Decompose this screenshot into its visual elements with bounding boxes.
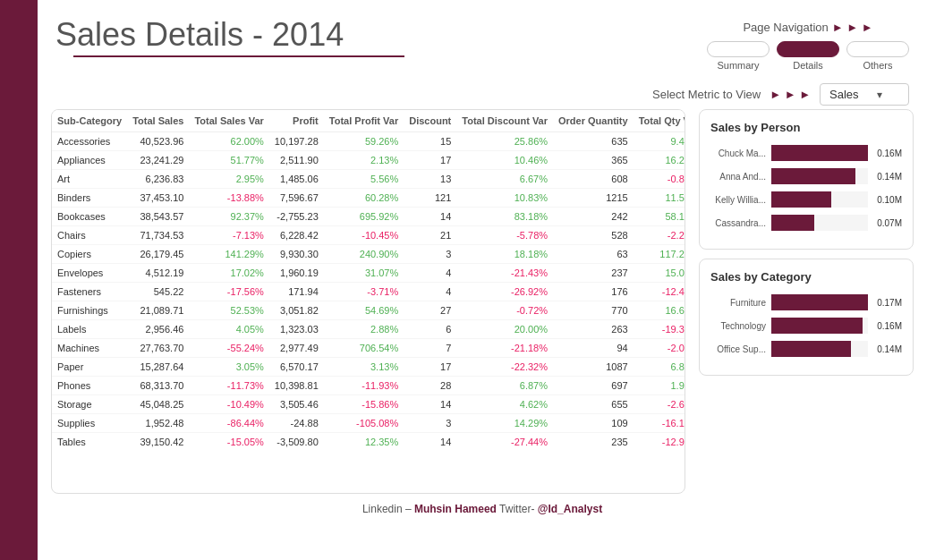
main-container: Sales Details - 2014 Page Navigation ► ►… bbox=[0, 0, 927, 560]
table-cell: -0.82% bbox=[634, 170, 685, 189]
table-cell: 40,523.96 bbox=[127, 132, 189, 151]
header: Sales Details - 2014 Page Navigation ► ►… bbox=[38, 0, 927, 80]
table-cell: -7.13% bbox=[189, 226, 268, 245]
table-cell: 59.26% bbox=[324, 132, 404, 151]
table-cell: 608 bbox=[553, 170, 634, 189]
chart-label: Office Sup... bbox=[710, 344, 766, 354]
table-cell: 3 bbox=[404, 245, 456, 264]
chart-bar bbox=[771, 145, 868, 161]
table-cell: 13 bbox=[404, 170, 456, 189]
table-cell: 37,453.10 bbox=[127, 189, 189, 208]
chart-value: 0.14M bbox=[873, 172, 902, 182]
summary-btn-wrapper: Summary bbox=[707, 41, 770, 71]
table-cell: 9,930.30 bbox=[269, 245, 324, 264]
chart-bar-container bbox=[771, 168, 868, 184]
table-cell: 1,323.03 bbox=[269, 320, 324, 339]
table-cell: 11.57% bbox=[634, 189, 685, 208]
table-cell: 6,228.42 bbox=[269, 226, 324, 245]
table-cell: Art bbox=[52, 170, 127, 189]
table-cell: 263 bbox=[553, 320, 634, 339]
footer-author: Muhsin Hameed bbox=[414, 503, 497, 515]
chart-bar-container bbox=[771, 294, 868, 310]
table-cell: 1,960.19 bbox=[269, 264, 324, 283]
table-cell: -2,755.23 bbox=[269, 208, 324, 226]
table-cell: 54.69% bbox=[324, 301, 404, 320]
table-row: Tables39,150.42-15.05%-3,509.8012.35%14-… bbox=[52, 433, 685, 452]
table-row: Chairs71,734.53-7.13%6,228.42-10.45%21-5… bbox=[52, 226, 685, 245]
details-button[interactable] bbox=[777, 41, 839, 57]
table-header-row: Sub-Category Total Sales Total Sales Var… bbox=[52, 110, 685, 132]
table-cell: -15.05% bbox=[189, 433, 268, 452]
metric-section: Select Metric to View ► ► ► Sales ▾ bbox=[38, 80, 927, 109]
table-cell: -3.71% bbox=[324, 283, 404, 301]
table-cell: 770 bbox=[553, 301, 634, 320]
table-cell: 545.22 bbox=[127, 283, 189, 301]
metric-dropdown[interactable]: Sales ▾ bbox=[820, 83, 909, 106]
table-cell: -2.22% bbox=[634, 226, 685, 245]
table-cell: -16.15% bbox=[634, 414, 685, 433]
table-cell: 697 bbox=[553, 377, 634, 395]
chart-bar bbox=[771, 294, 868, 310]
chart-row: Cassandra... 0.07M bbox=[710, 215, 902, 231]
table-cell: 6.67% bbox=[456, 170, 553, 189]
table-row: Accessories40,523.9662.00%10,197.2859.26… bbox=[52, 132, 685, 151]
title-year: - 2014 bbox=[252, 16, 344, 53]
table-cell: 92.37% bbox=[189, 208, 268, 226]
table-cell: 71,734.53 bbox=[127, 226, 189, 245]
col-header-profit: Profit bbox=[269, 110, 324, 132]
col-header-totalsalesvar: Total Sales Var bbox=[189, 110, 268, 132]
table-cell: 21,089.71 bbox=[127, 301, 189, 320]
others-label: Others bbox=[863, 60, 892, 71]
table-cell: 25.86% bbox=[456, 132, 553, 151]
table-cell: 27 bbox=[404, 301, 456, 320]
table-row: Machines27,763.70-55.24%2,977.49706.54%7… bbox=[52, 339, 685, 358]
table-cell: 2,956.46 bbox=[127, 320, 189, 339]
col-header-totalprofitvar: Total Profit Var bbox=[324, 110, 404, 132]
by-person-chart: Chuck Ma... 0.16M Anna And... 0.14M Kell… bbox=[710, 145, 902, 231]
table-cell: 242 bbox=[553, 208, 634, 226]
table-cell: 4.05% bbox=[189, 320, 268, 339]
sales-by-person-title: Sales by Person bbox=[710, 121, 902, 134]
table-cell: 2.88% bbox=[324, 320, 404, 339]
table-cell: 68,313.70 bbox=[127, 377, 189, 395]
chart-bar-container bbox=[771, 215, 868, 231]
table-cell: 171.94 bbox=[269, 283, 324, 301]
table-cell: 7,596.67 bbox=[269, 189, 324, 208]
table-container: Sub-Category Total Sales Total Sales Var… bbox=[51, 109, 685, 494]
table-cell: 3 bbox=[404, 414, 456, 433]
table-cell: 6,236.83 bbox=[127, 170, 189, 189]
nav-buttons: Summary Details Others bbox=[707, 41, 909, 71]
col-header-totalqtyvar: Total Qty Var bbox=[634, 110, 685, 132]
table-cell: 695.92% bbox=[324, 208, 404, 226]
chart-value: 0.10M bbox=[873, 195, 902, 205]
table-cell: 15.05% bbox=[634, 264, 685, 283]
others-btn-wrapper: Others bbox=[846, 41, 909, 71]
table-cell: 14.29% bbox=[456, 414, 553, 433]
others-button[interactable] bbox=[846, 41, 909, 57]
summary-button[interactable] bbox=[707, 41, 770, 57]
table-cell: Paper bbox=[52, 358, 127, 377]
table-cell: 62.00% bbox=[189, 132, 268, 151]
footer-handle[interactable]: @Id_Analyst bbox=[538, 503, 602, 515]
chart-bar bbox=[771, 168, 855, 184]
summary-label: Summary bbox=[717, 60, 759, 71]
table-cell: -19.33% bbox=[634, 320, 685, 339]
metric-arrows: ► ► ► bbox=[770, 88, 811, 101]
chart-label: Chuck Ma... bbox=[710, 148, 766, 158]
table-cell: 10.46% bbox=[456, 151, 553, 170]
chart-row: Technology 0.16M bbox=[710, 318, 902, 334]
chart-bar bbox=[771, 341, 851, 357]
col-header-discount: Discount bbox=[404, 110, 456, 132]
table-cell: 17.02% bbox=[189, 264, 268, 283]
chart-bar-container bbox=[771, 341, 868, 357]
chart-row: Anna And... 0.14M bbox=[710, 168, 902, 184]
table-cell: 58.17% bbox=[634, 208, 685, 226]
table-cell: 31.07% bbox=[324, 264, 404, 283]
chart-value: 0.16M bbox=[873, 148, 902, 158]
title-section: Sales Details - 2014 bbox=[55, 16, 404, 57]
table-cell: -55.24% bbox=[189, 339, 268, 358]
table-cell: 12.35% bbox=[324, 433, 404, 452]
table-cell: 21 bbox=[404, 226, 456, 245]
table-cell: 121 bbox=[404, 189, 456, 208]
table-row: Art6,236.832.95%1,485.065.56%136.67%608-… bbox=[52, 170, 685, 189]
